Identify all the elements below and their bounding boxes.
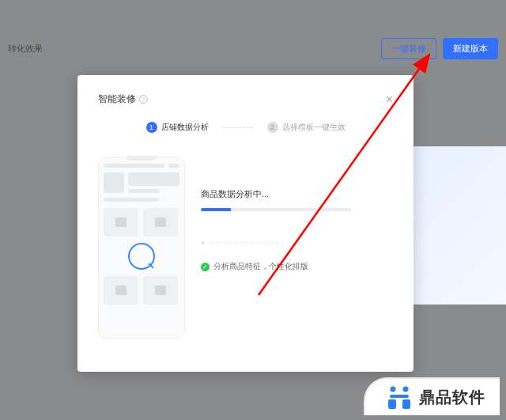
modal-header: 智能装修 ? × <box>98 93 393 106</box>
watermark-logo-icon <box>386 384 413 411</box>
skeleton-square <box>104 172 124 193</box>
svg-rect-6 <box>402 399 410 409</box>
page-header: 转化效果 一键装修 新建版本 <box>0 38 506 59</box>
skeleton-line <box>128 189 160 193</box>
skeleton-line <box>168 164 179 168</box>
step-2-label: 选择模板一键生效 <box>282 122 346 133</box>
background-gradient <box>411 146 506 305</box>
image-icon <box>115 286 126 295</box>
watermark: 鼎品软件 <box>364 377 500 415</box>
analysis-title: 商品数据分析中... <box>201 188 393 200</box>
close-icon[interactable]: × <box>386 93 393 106</box>
skeleton-tile <box>143 208 178 236</box>
skeleton-line <box>104 164 164 168</box>
step-1: 1 店铺数据分析 <box>146 122 209 133</box>
svg-rect-4 <box>390 395 409 398</box>
image-icon <box>155 286 166 295</box>
skeleton-line <box>104 198 159 202</box>
status-line: ✓ 分析商品特征，个性化排版 <box>201 261 393 272</box>
magnifier-icon <box>128 243 155 270</box>
skeleton-line <box>128 172 179 186</box>
svg-point-2 <box>391 387 396 392</box>
check-icon: ✓ <box>201 263 210 271</box>
skeleton-tile <box>104 208 138 236</box>
step-1-number: 1 <box>146 122 157 133</box>
image-icon <box>155 218 166 227</box>
image-icon <box>115 218 126 227</box>
modal-body: 商品数据分析中... ● ○○○○○○○○○○○○○○ ✓ 分析商品特征，个性化… <box>98 157 393 339</box>
phone-mockup <box>98 157 185 339</box>
progress-bar <box>201 208 351 211</box>
status-text: 分析商品特征，个性化排版 <box>213 261 308 272</box>
modal-title: 智能装修 ? <box>98 93 148 106</box>
skeleton-tile <box>104 276 138 305</box>
svg-point-3 <box>403 387 409 392</box>
smart-decorate-modal: 智能装修 ? × 1 店铺数据分析 2 选择模板一键生效 <box>77 75 413 372</box>
new-version-button[interactable]: 新建版本 <box>443 38 498 59</box>
step-1-label: 店铺数据分析 <box>161 122 209 133</box>
watermark-text: 鼎品软件 <box>419 387 485 408</box>
step-connector <box>223 127 253 128</box>
breadcrumb: 转化效果 <box>8 43 43 55</box>
one-click-decorate-button[interactable]: 一键装修 <box>381 38 436 59</box>
skeleton-tile <box>143 276 178 305</box>
steps-indicator: 1 店铺数据分析 2 选择模板一键生效 <box>98 122 393 133</box>
progress-fill <box>201 208 231 211</box>
info-icon[interactable]: ? <box>139 95 148 104</box>
phone-notch <box>126 156 157 161</box>
svg-rect-5 <box>388 399 396 409</box>
analysis-panel: 商品数据分析中... ● ○○○○○○○○○○○○○○ ✓ 分析商品特征，个性化… <box>201 157 393 339</box>
step-2: 2 选择模板一键生效 <box>267 122 346 133</box>
modal-title-text: 智能装修 <box>98 93 136 106</box>
placeholder-dots: ● ○○○○○○○○○○○○○○ <box>201 239 393 247</box>
header-actions: 一键装修 新建版本 <box>381 38 498 59</box>
step-2-number: 2 <box>267 122 278 133</box>
